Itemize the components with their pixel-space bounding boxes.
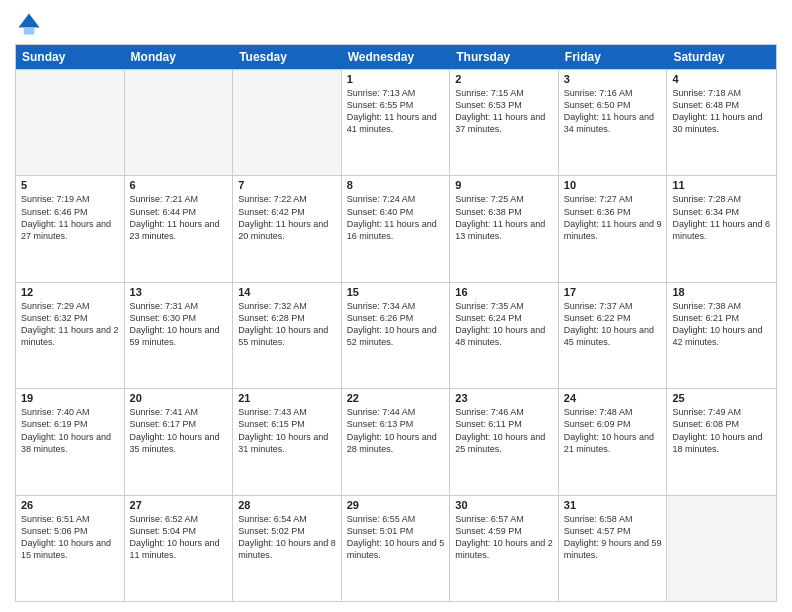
calendar-row-3: 19Sunrise: 7:40 AM Sunset: 6:19 PM Dayli… bbox=[16, 388, 776, 494]
cell-info: Sunrise: 7:48 AM Sunset: 6:09 PM Dayligh… bbox=[564, 406, 662, 455]
calendar-cell: 28Sunrise: 6:54 AM Sunset: 5:02 PM Dayli… bbox=[233, 496, 342, 601]
cell-info: Sunrise: 7:28 AM Sunset: 6:34 PM Dayligh… bbox=[672, 193, 771, 242]
calendar-cell: 3Sunrise: 7:16 AM Sunset: 6:50 PM Daylig… bbox=[559, 70, 668, 175]
calendar-cell bbox=[16, 70, 125, 175]
calendar-cell: 18Sunrise: 7:38 AM Sunset: 6:21 PM Dayli… bbox=[667, 283, 776, 388]
cell-day-number: 3 bbox=[564, 73, 662, 85]
cell-info: Sunrise: 7:25 AM Sunset: 6:38 PM Dayligh… bbox=[455, 193, 553, 242]
cell-day-number: 5 bbox=[21, 179, 119, 191]
calendar-cell: 1Sunrise: 7:13 AM Sunset: 6:55 PM Daylig… bbox=[342, 70, 451, 175]
calendar-cell: 9Sunrise: 7:25 AM Sunset: 6:38 PM Daylig… bbox=[450, 176, 559, 281]
calendar-cell bbox=[125, 70, 234, 175]
calendar-row-4: 26Sunrise: 6:51 AM Sunset: 5:06 PM Dayli… bbox=[16, 495, 776, 601]
cell-day-number: 25 bbox=[672, 392, 771, 404]
calendar-cell: 24Sunrise: 7:48 AM Sunset: 6:09 PM Dayli… bbox=[559, 389, 668, 494]
header-day-sunday: Sunday bbox=[16, 45, 125, 69]
cell-info: Sunrise: 7:24 AM Sunset: 6:40 PM Dayligh… bbox=[347, 193, 445, 242]
cell-day-number: 17 bbox=[564, 286, 662, 298]
header-day-thursday: Thursday bbox=[450, 45, 559, 69]
page-header bbox=[15, 10, 777, 38]
calendar-cell: 14Sunrise: 7:32 AM Sunset: 6:28 PM Dayli… bbox=[233, 283, 342, 388]
cell-info: Sunrise: 7:46 AM Sunset: 6:11 PM Dayligh… bbox=[455, 406, 553, 455]
calendar-cell bbox=[233, 70, 342, 175]
cell-info: Sunrise: 7:38 AM Sunset: 6:21 PM Dayligh… bbox=[672, 300, 771, 349]
cell-info: Sunrise: 7:37 AM Sunset: 6:22 PM Dayligh… bbox=[564, 300, 662, 349]
cell-day-number: 8 bbox=[347, 179, 445, 191]
cell-day-number: 4 bbox=[672, 73, 771, 85]
cell-day-number: 28 bbox=[238, 499, 336, 511]
cell-info: Sunrise: 7:19 AM Sunset: 6:46 PM Dayligh… bbox=[21, 193, 119, 242]
cell-day-number: 1 bbox=[347, 73, 445, 85]
calendar-header: SundayMondayTuesdayWednesdayThursdayFrid… bbox=[16, 45, 776, 69]
header-day-friday: Friday bbox=[559, 45, 668, 69]
header-day-tuesday: Tuesday bbox=[233, 45, 342, 69]
logo bbox=[15, 10, 47, 38]
cell-day-number: 13 bbox=[130, 286, 228, 298]
calendar-cell: 23Sunrise: 7:46 AM Sunset: 6:11 PM Dayli… bbox=[450, 389, 559, 494]
cell-info: Sunrise: 7:27 AM Sunset: 6:36 PM Dayligh… bbox=[564, 193, 662, 242]
logo-icon bbox=[15, 10, 43, 38]
cell-info: Sunrise: 7:13 AM Sunset: 6:55 PM Dayligh… bbox=[347, 87, 445, 136]
cell-day-number: 18 bbox=[672, 286, 771, 298]
cell-info: Sunrise: 6:57 AM Sunset: 4:59 PM Dayligh… bbox=[455, 513, 553, 562]
calendar-cell: 20Sunrise: 7:41 AM Sunset: 6:17 PM Dayli… bbox=[125, 389, 234, 494]
calendar-cell: 10Sunrise: 7:27 AM Sunset: 6:36 PM Dayli… bbox=[559, 176, 668, 281]
calendar-cell: 31Sunrise: 6:58 AM Sunset: 4:57 PM Dayli… bbox=[559, 496, 668, 601]
calendar-cell: 22Sunrise: 7:44 AM Sunset: 6:13 PM Dayli… bbox=[342, 389, 451, 494]
cell-day-number: 21 bbox=[238, 392, 336, 404]
cell-day-number: 26 bbox=[21, 499, 119, 511]
cell-day-number: 16 bbox=[455, 286, 553, 298]
calendar-cell bbox=[667, 496, 776, 601]
calendar-cell: 5Sunrise: 7:19 AM Sunset: 6:46 PM Daylig… bbox=[16, 176, 125, 281]
cell-day-number: 29 bbox=[347, 499, 445, 511]
cell-day-number: 11 bbox=[672, 179, 771, 191]
cell-day-number: 14 bbox=[238, 286, 336, 298]
cell-day-number: 23 bbox=[455, 392, 553, 404]
cell-info: Sunrise: 6:51 AM Sunset: 5:06 PM Dayligh… bbox=[21, 513, 119, 562]
svg-marker-0 bbox=[19, 14, 40, 28]
cell-day-number: 19 bbox=[21, 392, 119, 404]
cell-info: Sunrise: 6:58 AM Sunset: 4:57 PM Dayligh… bbox=[564, 513, 662, 562]
cell-info: Sunrise: 7:29 AM Sunset: 6:32 PM Dayligh… bbox=[21, 300, 119, 349]
calendar-cell: 8Sunrise: 7:24 AM Sunset: 6:40 PM Daylig… bbox=[342, 176, 451, 281]
cell-day-number: 2 bbox=[455, 73, 553, 85]
cell-day-number: 7 bbox=[238, 179, 336, 191]
calendar-cell: 17Sunrise: 7:37 AM Sunset: 6:22 PM Dayli… bbox=[559, 283, 668, 388]
cell-info: Sunrise: 7:15 AM Sunset: 6:53 PM Dayligh… bbox=[455, 87, 553, 136]
cell-info: Sunrise: 7:44 AM Sunset: 6:13 PM Dayligh… bbox=[347, 406, 445, 455]
cell-info: Sunrise: 7:31 AM Sunset: 6:30 PM Dayligh… bbox=[130, 300, 228, 349]
calendar-cell: 21Sunrise: 7:43 AM Sunset: 6:15 PM Dayli… bbox=[233, 389, 342, 494]
cell-info: Sunrise: 6:52 AM Sunset: 5:04 PM Dayligh… bbox=[130, 513, 228, 562]
calendar-cell: 27Sunrise: 6:52 AM Sunset: 5:04 PM Dayli… bbox=[125, 496, 234, 601]
calendar-cell: 6Sunrise: 7:21 AM Sunset: 6:44 PM Daylig… bbox=[125, 176, 234, 281]
cell-day-number: 31 bbox=[564, 499, 662, 511]
calendar-cell: 19Sunrise: 7:40 AM Sunset: 6:19 PM Dayli… bbox=[16, 389, 125, 494]
calendar-cell: 12Sunrise: 7:29 AM Sunset: 6:32 PM Dayli… bbox=[16, 283, 125, 388]
cell-info: Sunrise: 7:49 AM Sunset: 6:08 PM Dayligh… bbox=[672, 406, 771, 455]
calendar-cell: 7Sunrise: 7:22 AM Sunset: 6:42 PM Daylig… bbox=[233, 176, 342, 281]
calendar-cell: 4Sunrise: 7:18 AM Sunset: 6:48 PM Daylig… bbox=[667, 70, 776, 175]
calendar-cell: 16Sunrise: 7:35 AM Sunset: 6:24 PM Dayli… bbox=[450, 283, 559, 388]
cell-info: Sunrise: 7:32 AM Sunset: 6:28 PM Dayligh… bbox=[238, 300, 336, 349]
cell-info: Sunrise: 7:34 AM Sunset: 6:26 PM Dayligh… bbox=[347, 300, 445, 349]
calendar-page: SundayMondayTuesdayWednesdayThursdayFrid… bbox=[0, 0, 792, 612]
cell-day-number: 12 bbox=[21, 286, 119, 298]
cell-info: Sunrise: 7:41 AM Sunset: 6:17 PM Dayligh… bbox=[130, 406, 228, 455]
cell-info: Sunrise: 7:40 AM Sunset: 6:19 PM Dayligh… bbox=[21, 406, 119, 455]
cell-info: Sunrise: 6:55 AM Sunset: 5:01 PM Dayligh… bbox=[347, 513, 445, 562]
calendar-row-1: 5Sunrise: 7:19 AM Sunset: 6:46 PM Daylig… bbox=[16, 175, 776, 281]
cell-day-number: 27 bbox=[130, 499, 228, 511]
cell-day-number: 20 bbox=[130, 392, 228, 404]
calendar-cell: 30Sunrise: 6:57 AM Sunset: 4:59 PM Dayli… bbox=[450, 496, 559, 601]
cell-info: Sunrise: 7:21 AM Sunset: 6:44 PM Dayligh… bbox=[130, 193, 228, 242]
header-day-wednesday: Wednesday bbox=[342, 45, 451, 69]
header-day-monday: Monday bbox=[125, 45, 234, 69]
cell-day-number: 24 bbox=[564, 392, 662, 404]
cell-info: Sunrise: 7:22 AM Sunset: 6:42 PM Dayligh… bbox=[238, 193, 336, 242]
cell-info: Sunrise: 7:18 AM Sunset: 6:48 PM Dayligh… bbox=[672, 87, 771, 136]
calendar-row-2: 12Sunrise: 7:29 AM Sunset: 6:32 PM Dayli… bbox=[16, 282, 776, 388]
cell-day-number: 9 bbox=[455, 179, 553, 191]
cell-info: Sunrise: 7:16 AM Sunset: 6:50 PM Dayligh… bbox=[564, 87, 662, 136]
calendar-cell: 26Sunrise: 6:51 AM Sunset: 5:06 PM Dayli… bbox=[16, 496, 125, 601]
calendar: SundayMondayTuesdayWednesdayThursdayFrid… bbox=[15, 44, 777, 602]
